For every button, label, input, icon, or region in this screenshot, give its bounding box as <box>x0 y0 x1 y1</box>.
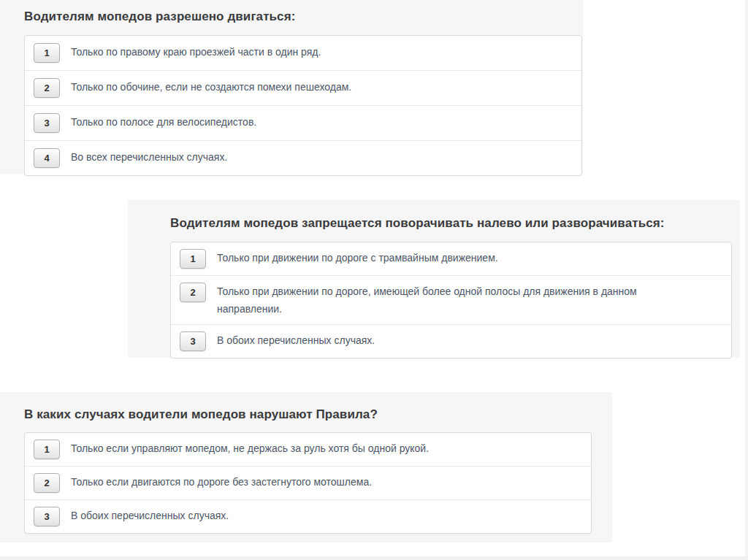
answer-number-button[interactable]: 4 <box>34 148 60 168</box>
question-title: Водителям мопедов запрещается поворачива… <box>170 216 665 231</box>
answer-number-button[interactable]: 3 <box>180 331 206 351</box>
answer-row[interactable]: 1 Только по правому краю проезжей части … <box>25 36 581 70</box>
answer-row[interactable]: 3 Только по полосе для велосипедистов. <box>25 105 581 140</box>
answer-text: Во всех перечисленных случаях. <box>71 148 227 166</box>
answer-number-button[interactable]: 2 <box>180 283 206 302</box>
answer-number-button[interactable]: 1 <box>180 249 206 269</box>
answer-text: Только по правому краю проезжей части в … <box>71 43 321 61</box>
answer-row[interactable]: 2 Только по обочине, если не создаются п… <box>25 70 581 105</box>
answers-card: 1 Только если управляют мопедом, не держ… <box>24 432 592 534</box>
answer-row[interactable]: 1 Только если управляют мопедом, не держ… <box>25 433 591 466</box>
answer-number-button[interactable]: 3 <box>34 507 60 526</box>
answer-number-button[interactable]: 1 <box>34 440 60 459</box>
answer-row[interactable]: 3 В обоих перечисленных случаях. <box>25 499 591 533</box>
answers-card: 1 Только по правому краю проезжей части … <box>24 35 582 176</box>
answer-text: Только по полосе для велосипедистов. <box>71 113 256 131</box>
answer-number-button[interactable]: 3 <box>34 113 60 133</box>
answers-card: 1 Только при движении по дороге с трамва… <box>170 242 732 358</box>
answer-row[interactable]: 3 В обоих перечисленных случаях. <box>171 324 731 358</box>
answer-text: Только при движении по дороге с трамвайн… <box>217 249 498 266</box>
question-block-3: В каких случаях водители мопедов нарушаю… <box>0 392 612 542</box>
answer-text: В обоих перечисленных случаях. <box>71 507 229 525</box>
answer-row[interactable]: 2 Только при движении по дороге, имеющей… <box>171 275 731 324</box>
answer-row[interactable]: 2 Только если двигаются по дороге без за… <box>25 466 591 499</box>
answer-number-button[interactable]: 2 <box>34 473 60 493</box>
answer-number-button[interactable]: 2 <box>34 78 60 98</box>
answer-text: Только по обочине, если не создаются пом… <box>71 78 351 96</box>
question-title: В каких случаях водители мопедов нарушаю… <box>24 407 378 422</box>
answer-text: Только если управляют мопедом, не держас… <box>71 440 429 458</box>
answer-text: Только при движении по дороге, имеющей б… <box>217 283 637 318</box>
question-block-2: Водителям мопедов запрещается поворачива… <box>128 200 740 358</box>
answer-row[interactable]: 4 Во всех перечисленных случаях. <box>25 140 581 175</box>
question-title: Водителям мопедов разрешено двигаться: <box>24 9 295 24</box>
page-right-edge <box>745 0 748 560</box>
answer-text: Только если двигаются по дороге без заст… <box>71 473 372 491</box>
answer-number-button[interactable]: 1 <box>34 43 60 63</box>
page-bottom-edge <box>0 556 748 560</box>
answer-row[interactable]: 1 Только при движении по дороге с трамва… <box>171 242 731 275</box>
question-block-1: Водителям мопедов разрешено двигаться: 1… <box>0 0 583 174</box>
answer-text: В обоих перечисленных случаях. <box>217 331 375 349</box>
